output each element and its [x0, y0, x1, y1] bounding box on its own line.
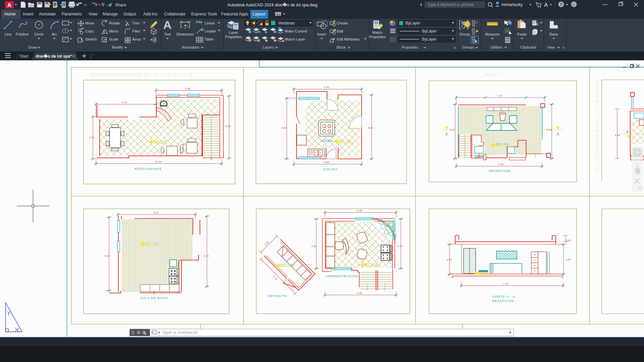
svg-text:WAW II: WAW II	[484, 72, 503, 77]
svg-text:A: A	[163, 19, 172, 31]
svg-text:mimarlucky: mimarlucky	[501, 2, 523, 7]
svg-text:WAWAWAW WAWAW WI III II III II: WAWAWAW WAWAW WI III II III III III W	[91, 72, 193, 77]
svg-text:7.15: 7.15	[497, 94, 502, 97]
svg-text:Type a keyword or phrase: Type a keyword or phrase	[427, 2, 474, 7]
svg-text:Edit: Edit	[337, 29, 343, 33]
svg-text:Properties: Properties	[225, 35, 242, 39]
svg-text:0.50: 0.50	[566, 239, 571, 242]
svg-text:5.50: 5.50	[324, 86, 329, 89]
svg-text:Trim: Trim	[132, 21, 140, 25]
svg-text:5.38: 5.38	[185, 87, 191, 90]
svg-text:A: A	[557, 132, 559, 136]
svg-text:Layers: Layers	[263, 45, 274, 49]
svg-text:COCINA: COCINA	[323, 167, 338, 171]
svg-text:Modify: Modify	[112, 45, 123, 49]
svg-text:4.32: 4.32	[311, 245, 317, 248]
svg-text:Mirror: Mirror	[109, 29, 119, 33]
svg-text:ByLayer: ByLayer	[422, 29, 437, 34]
svg-text:A: A	[445, 132, 448, 136]
svg-text:Stretch: Stretch	[85, 37, 97, 41]
svg-text:WAWAW WI III II WAW WAWAW III: WAWAW WI III II WAW WAWAW III II W	[595, 79, 599, 173]
svg-text:Start: Start	[20, 54, 29, 59]
svg-text:Copy: Copy	[85, 29, 94, 33]
svg-text:5.02: 5.02	[282, 126, 287, 129]
svg-text:3.79: 3.79	[272, 275, 278, 281]
svg-text:Measure: Measure	[485, 32, 500, 36]
svg-text:5.03: 5.03	[368, 126, 373, 129]
svg-text:Ventanas: Ventanas	[278, 21, 295, 25]
svg-text:4.27: 4.27	[449, 128, 455, 131]
svg-text:RESTAURANTE: RESTAURANTE	[135, 167, 162, 171]
svg-text:Match: Match	[372, 31, 382, 35]
svg-text:Autodesk AutoCAD 2024 dise�: Autodesk AutoCAD 2024 dise�o de int spa.…	[227, 2, 318, 7]
svg-text:4.78: 4.78	[122, 101, 127, 104]
svg-text:4.24: 4.24	[615, 134, 620, 137]
svg-text:N.P.T. + 2.90: N.P.T. + 2.90	[365, 263, 378, 265]
svg-text:Block: Block	[337, 45, 346, 49]
svg-text:5.05: 5.05	[225, 125, 231, 128]
svg-text:Base: Base	[549, 32, 558, 36]
svg-text:4.23: 4.23	[546, 128, 552, 131]
svg-text:Layer: Layer	[229, 31, 238, 35]
svg-text:Insert: Insert	[317, 32, 326, 36]
svg-text:B: B	[627, 130, 629, 134]
svg-text:dise�o de int spa*: dise�o de int spa*	[36, 54, 72, 59]
svg-text:Text: Text	[164, 32, 171, 36]
svg-text:Clipboard: Clipboard	[520, 45, 536, 49]
svg-text:Make Current: Make Current	[285, 29, 307, 33]
svg-text:Polyline: Polyline	[16, 32, 29, 36]
svg-text:Leader: Leader	[205, 29, 216, 33]
svg-text:Rotate: Rotate	[109, 21, 120, 25]
svg-text:RECEPCION: RECEPCION	[489, 169, 511, 173]
svg-text:5.96: 5.96	[357, 292, 362, 295]
svg-text:Line: Line	[5, 32, 12, 36]
svg-text:A: A	[7, 2, 11, 8]
svg-text:Linear: Linear	[205, 21, 215, 25]
svg-text:Groups: Groups	[462, 45, 475, 49]
svg-text:ADMINISTRACION: ADMINISTRACION	[326, 274, 358, 278]
svg-text:DEPOSITO: DEPOSITO	[268, 294, 287, 298]
svg-text:N.P.T. + 2.95: N.P.T. + 2.95	[145, 242, 158, 245]
svg-text:2.40: 2.40	[566, 258, 571, 261]
svg-text:Circle: Circle	[34, 32, 44, 36]
svg-text:N.P.T. + 0.30: N.P.T. + 0.30	[154, 140, 166, 142]
svg-text:2.40: 2.40	[446, 258, 452, 261]
svg-text:Scale: Scale	[109, 37, 118, 41]
svg-text:7.05: 7.05	[498, 163, 503, 166]
svg-text:Utilities: Utilities	[490, 45, 502, 49]
svg-text:Arc: Arc	[52, 32, 57, 36]
svg-text:6.31: 6.31	[154, 211, 159, 214]
svg-text:Table: Table	[205, 37, 213, 41]
svg-text:1.93: 1.93	[264, 240, 270, 246]
svg-text:N.P.T. + 0.30: N.P.T. + 0.30	[281, 263, 293, 266]
svg-text:Group: Group	[460, 32, 470, 36]
svg-text:7.15: 7.15	[503, 282, 508, 285]
svg-text:View: View	[547, 45, 555, 49]
svg-text:Move: Move	[85, 21, 94, 25]
svg-text:Properties: Properties	[401, 45, 419, 49]
svg-text:Fillet: Fillet	[132, 29, 140, 33]
svg-text:RECEPCION: RECEPCION	[492, 299, 514, 303]
svg-text:Edit Attributes: Edit Attributes	[337, 37, 360, 41]
svg-text:3.41: 3.41	[89, 136, 95, 139]
svg-text:ByLayer: ByLayer	[422, 37, 437, 42]
svg-text:5.50: 5.50	[324, 161, 329, 164]
svg-text:Array: Array	[132, 37, 141, 41]
svg-text:4.32: 4.32	[397, 245, 403, 248]
svg-text:10.14: 10.14	[155, 160, 162, 163]
svg-text:N.P.T. + 0.30: N.P.T. + 0.30	[496, 143, 508, 145]
svg-text:COCINA: COCINA	[321, 139, 333, 142]
svg-text:SALA DE BAILE: SALA DE BAILE	[141, 296, 168, 300]
svg-text:Dimension: Dimension	[176, 32, 194, 36]
svg-text:Create: Create	[337, 21, 348, 25]
svg-text:?: ?	[560, 2, 562, 7]
svg-text:Share: Share	[115, 3, 126, 7]
svg-text:N.P.T. + 0.30: N.P.T. + 0.30	[339, 140, 352, 142]
svg-text:ByLayer: ByLayer	[406, 21, 420, 25]
svg-text:Properties: Properties	[369, 35, 386, 39]
svg-text:6.19: 6.19	[105, 254, 110, 257]
svg-text:Match Layer: Match Layer	[285, 37, 305, 41]
svg-text:Annotation: Annotation	[182, 45, 200, 49]
svg-text:Draw: Draw	[28, 45, 37, 49]
svg-text:Paste: Paste	[517, 32, 527, 36]
